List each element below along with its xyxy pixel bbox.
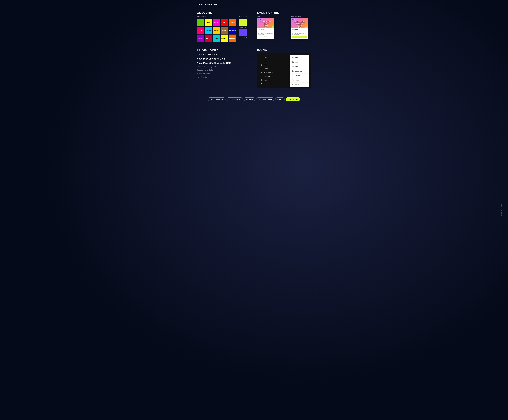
colour-cell-comedy[interactable]: COMEDY xyxy=(213,27,220,34)
colours-section: COLOURS Category Colours ARTMUSICCULTURE… xyxy=(197,11,251,42)
now-badge-static: Now ★ xyxy=(261,29,264,30)
menu-label: Community Settings xyxy=(264,83,274,84)
typography-section: TYPOGRAPHY Neue Plak Extended Neue Plak … xyxy=(197,48,251,88)
card-event-row-static: EVENT Now ★ xyxy=(258,29,273,30)
active-button-color xyxy=(239,19,247,26)
links-active-label: Links + Active State xyxy=(239,37,249,38)
dropdown-item-soundtrack[interactable]: 🎧 Soundtrack xyxy=(290,69,309,74)
event-cards-section: EVENT CARDS Static MUSIC ★ ♡ xyxy=(257,11,311,42)
menu-icon: ▦ xyxy=(260,64,263,66)
menu-label: Drops xyxy=(264,64,267,66)
type-neue-semi: Neue Plak Extended Semi-Bold xyxy=(197,62,251,64)
colour-cell-gaming[interactable]: GAMING xyxy=(221,27,228,34)
dropdown-icon: 🎬 xyxy=(292,61,294,63)
menu-icon: ○ xyxy=(260,60,263,62)
card-body-active: EVENT Now ★ The Whooligan, technofabrics… xyxy=(291,28,308,39)
menu-item-profile[interactable]: ○ Profile xyxy=(259,59,276,63)
icons-section: ICONS ⌂ Overview ○ Profile ▦ Drops ☺ Mem… xyxy=(257,48,311,88)
colour-cell-music[interactable]: MUSIC xyxy=(205,19,212,26)
active-card-group: Active - Rollover state MUSIC ★ ♡ M xyxy=(291,16,308,39)
card-image-active: MUSIC ★ ♡ MUSHROOMMANGO M xyxy=(291,18,308,28)
dropdown-icon: 🎧 xyxy=(292,70,294,72)
dropdown-item-event[interactable]: 📅 Event xyxy=(290,55,309,60)
active-colours: Active Colours Buttons + Links Links + A… xyxy=(239,16,249,39)
menu-icon: 📶 xyxy=(260,79,263,81)
type-roboto-regular: Roboto Mono Regular xyxy=(197,66,251,68)
menu-label: Integrations xyxy=(264,76,270,77)
colour-grid: ARTMUSICCULTUREPARTYACTIVISMFOODWELLNESS… xyxy=(197,19,236,42)
colour-cell-culture[interactable]: CULTURE xyxy=(213,19,220,26)
type-helvetica-regular: Helvetica Regular xyxy=(197,73,251,75)
nav-btn-userflow[interactable]: USERFLOW xyxy=(244,98,255,101)
colour-cell-fashion[interactable]: FASHION xyxy=(197,35,204,42)
menu-item-community-settings[interactable]: ⚙ Community Settings xyxy=(259,82,276,86)
event-card-active[interactable]: MUSIC ★ ♡ MUSHROOMMANGO M xyxy=(291,18,308,39)
card-title-static: The Whooligan, technofabrics, familymode xyxy=(258,30,273,33)
menu-label: Members xyxy=(264,68,268,69)
menu-item-integrations[interactable]: ⚙ Integrations xyxy=(259,74,276,78)
dropdown-label: Soundtrack xyxy=(295,70,302,72)
menu-item-overview[interactable]: ⌂ Overview xyxy=(259,55,276,59)
nav-btn-about-playground[interactable]: ABOUT PLAYGROUND xyxy=(208,98,226,101)
event-card-static[interactable]: MUSIC ★ ♡ MUSHROOMMANGO M xyxy=(257,18,274,39)
colour-cell-side event[interactable]: SIDE EVENT xyxy=(228,35,236,42)
menu-label: Profile xyxy=(264,60,267,62)
icons-title: ICONS xyxy=(257,48,311,52)
icons-panel: ⌂ Overview ○ Profile ▦ Drops ☺ Members ?… xyxy=(257,53,311,88)
side-label-left: DESIGN SYSTEM xyxy=(6,204,7,216)
menu-item-drops[interactable]: ▦ Drops xyxy=(259,63,276,67)
dropdown-label: Merch xyxy=(295,84,299,86)
icons-dropdown: 📅 Event 🎬 Video 💿 Album 🎧 Soundtrack 🎙 P… xyxy=(290,55,309,87)
dropdown-icon: 💿 xyxy=(292,66,294,68)
menu-icon: ⚙ xyxy=(260,75,263,77)
active-rollover-label: Active - Rollover state xyxy=(291,16,308,17)
event-cards-title: EVENT CARDS xyxy=(257,11,311,15)
nav-btn-design-system[interactable]: DESIGN SYSTEM xyxy=(286,98,300,101)
colour-cell-art[interactable]: ART xyxy=(197,19,204,26)
colour-cell-technology[interactable]: TECHNOLOGY xyxy=(228,27,236,34)
rsvp-button-active[interactable]: RSVP xyxy=(292,36,307,38)
card-image-static: MUSIC ★ ♡ MUSHROOMMANGO M xyxy=(257,18,274,28)
nav-btn-our-community-hub[interactable]: OUR COMMUNITY HUB xyxy=(256,98,274,101)
colour-cell-film[interactable]: FILM xyxy=(213,35,220,42)
dropdown-label: Video xyxy=(295,61,298,63)
colour-cell-activism[interactable]: ACTIVISM xyxy=(228,19,236,26)
menu-item-members[interactable]: ☺ Members xyxy=(259,67,276,71)
nav-btn-events[interactable]: EVENTS xyxy=(275,98,285,101)
card-title-active: The Whooligan, technofabrics, familymode xyxy=(292,31,307,33)
dropdown-item-podcast[interactable]: 🎙 Podcast xyxy=(290,74,309,78)
now-badge-active: Now ★ xyxy=(295,29,298,30)
dropdown-label: Article xyxy=(295,80,299,81)
menu-label: Overview xyxy=(264,57,268,58)
dropdown-item-video[interactable]: 🎬 Video xyxy=(290,60,309,64)
colour-cell-wellness[interactable]: WELLNESS xyxy=(205,27,212,34)
dropdown-icon: 🎙 xyxy=(292,75,294,77)
dropdown-icon: 📄 xyxy=(292,79,294,82)
menu-label: Insights xyxy=(264,79,268,81)
rsvp-button-static[interactable]: RSVP xyxy=(258,36,273,38)
type-helvetica-bold: Helvetica Bold xyxy=(197,76,251,78)
page-title: DESIGN SYSTEM xyxy=(197,3,311,6)
menu-icon: ? xyxy=(260,71,263,74)
bottom-nav: ABOUT PLAYGROUNDOUR COMMUNITIESUSERFLOWO… xyxy=(0,94,508,104)
dropdown-item-article[interactable]: 📄 Article xyxy=(290,78,309,82)
colour-cell-party[interactable]: PARTY xyxy=(221,19,228,26)
dropdown-label: Event xyxy=(295,57,298,58)
menu-icon: ☺ xyxy=(260,68,263,70)
card-date-active: Dec 29, 04:00 pm - Jan 30, 03:00 am GMT … xyxy=(292,33,307,35)
dropdown-label: Podcast xyxy=(295,75,300,76)
dropdown-item-album[interactable]: 💿 Album xyxy=(290,64,309,69)
menu-item-insights[interactable]: 📶 Insights xyxy=(259,78,276,82)
dropdown-icon: 🛍 xyxy=(292,84,294,86)
colour-cell-food[interactable]: FOOD xyxy=(197,27,204,34)
nav-btn-our-communities[interactable]: OUR COMMUNITIES xyxy=(227,98,243,101)
menu-item-resolution-center[interactable]: ? Resolution Center xyxy=(259,71,276,74)
colour-cell-main event[interactable]: MAIN EVENT xyxy=(221,35,228,42)
side-label-right: DESIGN SYSTEM xyxy=(501,204,502,216)
menu-icon: ⚙ xyxy=(260,83,263,85)
pg-badge-static: PG xyxy=(272,26,273,28)
dropdown-item-merch[interactable]: 🛍 Merch xyxy=(290,82,309,87)
type-neue-bold: Neue Plak Extended Bold xyxy=(197,57,251,60)
colour-cell-startup[interactable]: STARTUP xyxy=(205,35,212,42)
active-colours-label: Active Colours xyxy=(239,16,249,17)
